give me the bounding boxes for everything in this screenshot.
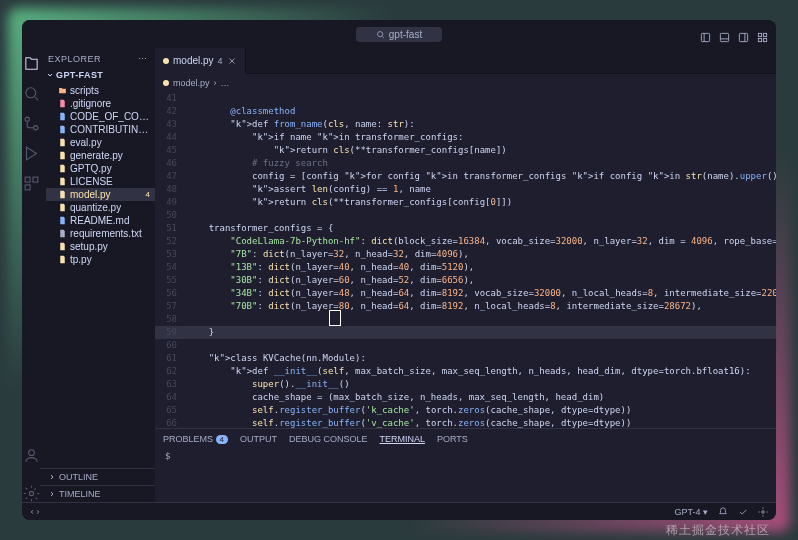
svg-point-15 [29, 491, 33, 495]
code-line[interactable]: 50 [155, 209, 776, 222]
file-item[interactable]: .gitignore [46, 97, 155, 110]
code-line[interactable]: 59 } [155, 326, 776, 339]
file-icon [163, 80, 169, 86]
file-item[interactable]: model.py4 [46, 188, 155, 201]
debug-icon[interactable] [22, 144, 40, 162]
svg-point-20 [762, 510, 765, 513]
terminal-tab[interactable]: TERMINAL [380, 434, 426, 444]
file-tree: scripts.gitignoreCODE_OF_CONDUC...CONTRI… [40, 82, 155, 272]
svg-rect-3 [739, 33, 747, 41]
code-line[interactable]: 41 [155, 92, 776, 105]
timeline-label: TIMELINE [59, 489, 101, 499]
code-line[interactable]: 42 @classmethod [155, 105, 776, 118]
file-item[interactable]: scripts [46, 84, 155, 97]
editor[interactable]: 4142 @classmethod43 "k">def from_name(cl… [155, 92, 776, 428]
file-item[interactable]: tp.py [46, 253, 155, 266]
settings-icon[interactable] [22, 484, 40, 502]
code-line[interactable]: 64 cache_shape = (max_batch_size, n_head… [155, 391, 776, 404]
model-selector[interactable]: GPT-4 ▾ [674, 507, 708, 517]
accounts-icon[interactable] [22, 446, 40, 464]
terminal-tab[interactable]: PROBLEMS 4 [163, 434, 228, 444]
scm-icon[interactable] [22, 114, 40, 132]
code-line[interactable]: 61 "k">class KVCache(nn.Module): [155, 352, 776, 365]
timeline-section[interactable]: TIMELINE [40, 485, 155, 502]
file-item[interactable]: setup.py [46, 240, 155, 253]
layout-right-icon[interactable] [738, 29, 749, 40]
editor-tabs: model.py 4 ⋯ [155, 48, 776, 74]
extensions-icon[interactable] [22, 174, 40, 192]
terminal-prompt: $ [165, 451, 170, 461]
search-text: gpt-fast [389, 29, 422, 40]
ide-window: gpt-fast EXPLORER ⋯ GPT-FAST [22, 20, 776, 520]
terminal-tab[interactable]: DEBUG CONSOLE [289, 434, 368, 444]
file-item[interactable]: README.md [46, 214, 155, 227]
project-section[interactable]: GPT-FAST [40, 68, 155, 82]
svg-rect-6 [758, 38, 761, 41]
breadcrumb[interactable]: model.py › … [155, 74, 776, 92]
code-line[interactable]: 45 "k">return cls(**transformer_configs[… [155, 144, 776, 157]
check-icon[interactable] [738, 507, 748, 517]
outline-label: OUTLINE [59, 472, 98, 482]
svg-rect-2 [720, 33, 728, 41]
svg-rect-12 [32, 177, 37, 182]
terminal-body[interactable]: $ [155, 449, 776, 463]
code-line[interactable]: 55 "30B": dict(n_layer=60, n_head=52, di… [155, 274, 776, 287]
svg-rect-7 [763, 38, 766, 41]
svg-point-9 [25, 117, 29, 121]
code-line[interactable]: 53 "7B": dict(n_layer=32, n_head=32, dim… [155, 248, 776, 261]
code-line[interactable]: 43 "k">def from_name(cls, name: str): [155, 118, 776, 131]
close-icon[interactable] [227, 56, 237, 66]
file-item[interactable]: requirements.txt [46, 227, 155, 240]
code-line[interactable]: 52 "CodeLlama-7b-Python-hf": dict(block_… [155, 235, 776, 248]
bell-icon[interactable] [718, 507, 728, 517]
code-line[interactable]: 62 "k">def __init__(self, max_batch_size… [155, 365, 776, 378]
file-item[interactable]: CONTRIBUTING.md [46, 123, 155, 136]
svg-rect-4 [758, 33, 761, 36]
code-line[interactable]: 44 "k">if name "k">in transformer_config… [155, 131, 776, 144]
project-name: GPT-FAST [56, 70, 103, 80]
editor-area: model.py 4 ⋯ model.py › … [155, 48, 776, 502]
code-line[interactable]: 51 transformer_configs = { [155, 222, 776, 235]
status-bar: GPT-4 ▾ [22, 502, 776, 520]
breadcrumb-more: … [221, 78, 230, 88]
tab-model-py[interactable]: model.py 4 [155, 48, 246, 74]
code-line[interactable]: 57 "70B": dict(n_layer=80, n_head=64, di… [155, 300, 776, 313]
outline-section[interactable]: OUTLINE [40, 468, 155, 485]
file-item[interactable]: CODE_OF_CONDUC... [46, 110, 155, 123]
code-line[interactable]: 58 [155, 313, 776, 326]
file-item[interactable]: LICENSE [46, 175, 155, 188]
terminal-tabs: PROBLEMS 4OUTPUTDEBUG CONSOLETERMINALPOR… [155, 429, 776, 449]
terminal-tab[interactable]: PORTS [437, 434, 468, 444]
layout-icon[interactable] [700, 29, 711, 40]
gear-icon[interactable] [758, 507, 768, 517]
file-item[interactable]: GPTQ.py [46, 162, 155, 175]
code-line[interactable]: 49 "k">return cls(**transformer_configs[… [155, 196, 776, 209]
titlebar-controls [700, 29, 768, 40]
file-item[interactable]: quantize.py [46, 201, 155, 214]
code-line[interactable]: 56 "34B": dict(n_layer=48, n_head=64, di… [155, 287, 776, 300]
explorer-more-icon[interactable]: ⋯ [138, 54, 148, 64]
search-icon[interactable] [22, 84, 40, 102]
watermark: 稀土掘金技术社区 [666, 522, 770, 539]
code-line[interactable]: 48 "k">assert len(config) == 1, name [155, 183, 776, 196]
code-line[interactable]: 60 [155, 339, 776, 352]
panel-icon[interactable] [719, 29, 730, 40]
svg-rect-5 [763, 33, 766, 36]
file-item[interactable]: eval.py [46, 136, 155, 149]
remote-icon[interactable] [30, 507, 40, 517]
tab-modified: 4 [218, 56, 223, 66]
code-line[interactable]: 46 # fuzzy search [155, 157, 776, 170]
customize-icon[interactable] [757, 29, 768, 40]
svg-point-8 [25, 87, 35, 97]
explorer-icon[interactable] [22, 54, 40, 72]
code-line[interactable]: 63 super().__init__() [155, 378, 776, 391]
code-line[interactable]: 66 self.register_buffer('v_cache', torch… [155, 417, 776, 428]
code-line[interactable]: 65 self.register_buffer('k_cache', torch… [155, 404, 776, 417]
code-line[interactable]: 54 "13B": dict(n_layer=40, n_head=40, di… [155, 261, 776, 274]
svg-point-10 [33, 125, 37, 129]
terminal-tab[interactable]: OUTPUT [240, 434, 277, 444]
command-center[interactable]: gpt-fast [356, 27, 442, 42]
file-item[interactable]: generate.py [46, 149, 155, 162]
chevron-right-icon: › [214, 78, 217, 88]
code-line[interactable]: 47 config = [config "k">for config "k">i… [155, 170, 776, 183]
